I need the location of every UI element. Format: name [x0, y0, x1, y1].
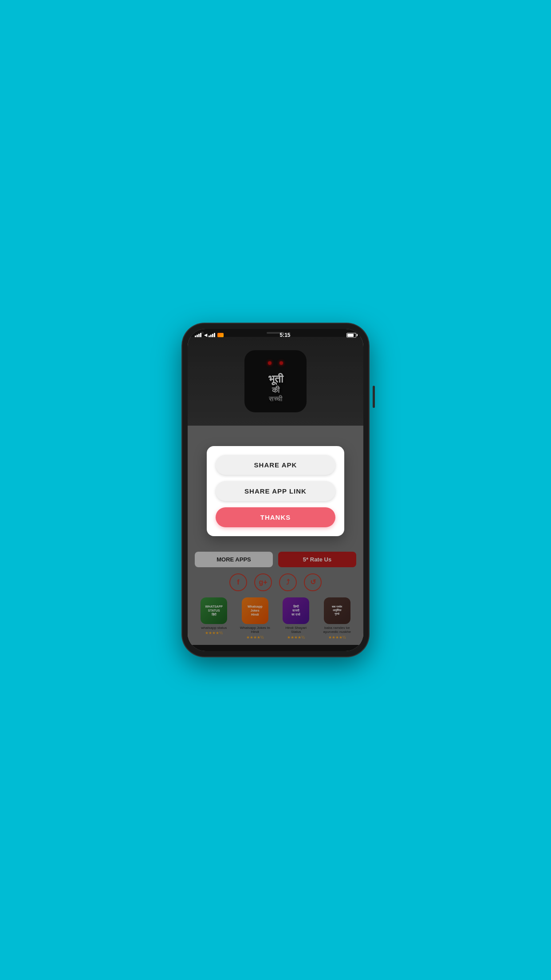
share-app-link-button[interactable]: SHARE APP LINK — [216, 481, 335, 501]
share-apk-button[interactable]: SHARE APK — [216, 455, 335, 475]
phone-bottom-bar — [188, 645, 363, 651]
battery-fill — [347, 334, 354, 337]
dialog-overlay: SHARE APK SHARE APP LINK THANKS — [188, 337, 363, 645]
phone-device: ◀ 5:15 — [182, 324, 369, 656]
app-content: भूती की सच्ची SHARE APK SHARE APP LINK T… — [188, 337, 363, 645]
thanks-button[interactable]: THANKS — [216, 507, 335, 527]
volume-button — [373, 386, 375, 408]
phone-screen: ◀ 5:15 — [188, 329, 363, 651]
share-dialog: SHARE APK SHARE APP LINK THANKS — [207, 446, 344, 536]
